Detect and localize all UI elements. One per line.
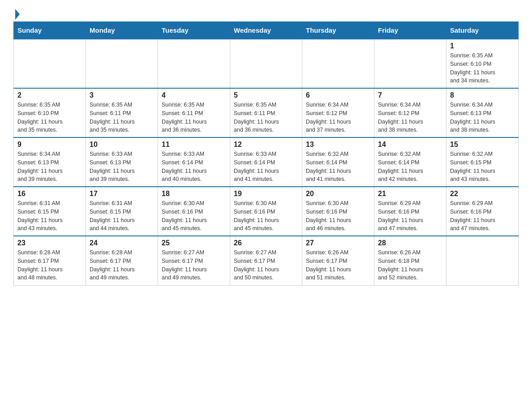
day-info: Sunrise: 6:31 AMSunset: 6:15 PMDaylight:… [17,199,82,233]
day-number: 6 [306,91,370,99]
day-info: Sunrise: 6:35 AMSunset: 6:11 PMDaylight:… [234,101,298,134]
day-info: Sunrise: 6:33 AMSunset: 6:14 PMDaylight:… [162,150,226,184]
day-number: 28 [378,239,442,247]
day-info: Sunrise: 6:35 AMSunset: 6:10 PMDaylight:… [17,101,82,134]
col-friday: Friday [374,22,446,39]
day-number: 2 [17,91,82,99]
calendar-cell: 4Sunrise: 6:35 AMSunset: 6:11 PMDaylight… [158,88,230,137]
calendar-week-5: 23Sunrise: 6:28 AMSunset: 6:17 PMDayligh… [14,236,519,285]
day-number: 15 [450,141,515,149]
day-info: Sunrise: 6:31 AMSunset: 6:15 PMDaylight:… [90,199,154,233]
day-info: Sunrise: 6:34 AMSunset: 6:12 PMDaylight:… [378,101,442,134]
day-number: 8 [450,91,515,99]
calendar-cell: 16Sunrise: 6:31 AMSunset: 6:15 PMDayligh… [14,187,86,236]
day-number: 9 [17,141,82,149]
day-number: 27 [306,239,370,247]
day-number: 5 [234,91,298,99]
day-info: Sunrise: 6:29 AMSunset: 6:16 PMDaylight:… [450,199,515,233]
day-info: Sunrise: 6:33 AMSunset: 6:13 PMDaylight:… [90,150,154,184]
day-number: 7 [378,91,442,99]
col-wednesday: Wednesday [230,22,302,39]
day-number: 11 [162,141,226,149]
logo [13,9,20,17]
calendar-cell: 23Sunrise: 6:28 AMSunset: 6:17 PMDayligh… [14,236,86,285]
col-sunday: Sunday [14,22,86,39]
day-info: Sunrise: 6:35 AMSunset: 6:11 PMDaylight:… [90,101,154,134]
page-header [13,9,519,17]
day-info: Sunrise: 6:26 AMSunset: 6:18 PMDaylight:… [378,248,442,282]
calendar-cell: 8Sunrise: 6:34 AMSunset: 6:13 PMDaylight… [446,88,519,137]
calendar-header: Sunday Monday Tuesday Wednesday Thursday… [14,22,519,39]
calendar-cell: 26Sunrise: 6:27 AMSunset: 6:17 PMDayligh… [230,236,302,285]
calendar-cell: 17Sunrise: 6:31 AMSunset: 6:15 PMDayligh… [86,187,158,236]
calendar-cell: 24Sunrise: 6:28 AMSunset: 6:17 PMDayligh… [86,236,158,285]
calendar-cell [86,39,158,88]
calendar-cell: 2Sunrise: 6:35 AMSunset: 6:10 PMDaylight… [14,88,86,137]
day-number: 23 [17,239,82,247]
calendar-cell: 9Sunrise: 6:34 AMSunset: 6:13 PMDaylight… [14,137,86,187]
day-number: 25 [162,239,226,247]
day-number: 13 [306,141,370,149]
day-number: 14 [378,141,442,149]
calendar-cell: 19Sunrise: 6:30 AMSunset: 6:16 PMDayligh… [230,187,302,236]
calendar-cell [230,39,302,88]
day-info: Sunrise: 6:29 AMSunset: 6:16 PMDaylight:… [378,199,442,233]
calendar-body: 1Sunrise: 6:35 AMSunset: 6:10 PMDaylight… [14,39,519,285]
calendar-cell: 3Sunrise: 6:35 AMSunset: 6:11 PMDaylight… [86,88,158,137]
logo-arrow-icon [15,9,20,20]
day-info: Sunrise: 6:30 AMSunset: 6:16 PMDaylight:… [162,199,226,233]
day-number: 22 [450,190,515,198]
day-info: Sunrise: 6:35 AMSunset: 6:10 PMDaylight:… [450,51,515,85]
day-info: Sunrise: 6:32 AMSunset: 6:14 PMDaylight:… [378,150,442,184]
day-number: 10 [90,141,154,149]
day-number: 3 [90,91,154,99]
calendar-cell: 12Sunrise: 6:33 AMSunset: 6:14 PMDayligh… [230,137,302,187]
calendar-cell [446,236,519,285]
day-info: Sunrise: 6:32 AMSunset: 6:14 PMDaylight:… [306,150,370,184]
day-number: 26 [234,239,298,247]
calendar-cell: 10Sunrise: 6:33 AMSunset: 6:13 PMDayligh… [86,137,158,187]
calendar-cell [14,39,86,88]
col-monday: Monday [86,22,158,39]
day-number: 20 [306,190,370,198]
col-thursday: Thursday [302,22,374,39]
col-saturday: Saturday [446,22,519,39]
calendar-cell: 13Sunrise: 6:32 AMSunset: 6:14 PMDayligh… [302,137,374,187]
calendar-cell: 18Sunrise: 6:30 AMSunset: 6:16 PMDayligh… [158,187,230,236]
calendar-cell: 11Sunrise: 6:33 AMSunset: 6:14 PMDayligh… [158,137,230,187]
header-row: Sunday Monday Tuesday Wednesday Thursday… [14,22,519,39]
day-info: Sunrise: 6:26 AMSunset: 6:17 PMDaylight:… [306,248,370,282]
day-number: 16 [17,190,82,198]
day-number: 17 [90,190,154,198]
day-number: 12 [234,141,298,149]
calendar-cell: 1Sunrise: 6:35 AMSunset: 6:10 PMDaylight… [446,39,519,88]
calendar-cell [158,39,230,88]
day-number: 4 [162,91,226,99]
calendar-week-2: 2Sunrise: 6:35 AMSunset: 6:10 PMDaylight… [14,88,519,137]
calendar-cell: 6Sunrise: 6:34 AMSunset: 6:12 PMDaylight… [302,88,374,137]
day-info: Sunrise: 6:32 AMSunset: 6:15 PMDaylight:… [450,150,515,184]
day-info: Sunrise: 6:34 AMSunset: 6:13 PMDaylight:… [450,101,515,134]
col-tuesday: Tuesday [158,22,230,39]
calendar-cell [374,39,446,88]
calendar-table: Sunday Monday Tuesday Wednesday Thursday… [13,21,519,286]
calendar-cell: 27Sunrise: 6:26 AMSunset: 6:17 PMDayligh… [302,236,374,285]
calendar-cell: 7Sunrise: 6:34 AMSunset: 6:12 PMDaylight… [374,88,446,137]
day-number: 24 [90,239,154,247]
calendar-cell [302,39,374,88]
day-info: Sunrise: 6:27 AMSunset: 6:17 PMDaylight:… [234,248,298,282]
day-info: Sunrise: 6:28 AMSunset: 6:17 PMDaylight:… [17,248,82,282]
day-info: Sunrise: 6:30 AMSunset: 6:16 PMDaylight:… [234,199,298,233]
day-info: Sunrise: 6:30 AMSunset: 6:16 PMDaylight:… [306,199,370,233]
calendar-cell: 28Sunrise: 6:26 AMSunset: 6:18 PMDayligh… [374,236,446,285]
calendar-cell: 20Sunrise: 6:30 AMSunset: 6:16 PMDayligh… [302,187,374,236]
calendar-cell: 15Sunrise: 6:32 AMSunset: 6:15 PMDayligh… [446,137,519,187]
day-number: 19 [234,190,298,198]
calendar-week-4: 16Sunrise: 6:31 AMSunset: 6:15 PMDayligh… [14,187,519,236]
day-number: 18 [162,190,226,198]
day-number: 21 [378,190,442,198]
day-info: Sunrise: 6:33 AMSunset: 6:14 PMDaylight:… [234,150,298,184]
calendar-week-1: 1Sunrise: 6:35 AMSunset: 6:10 PMDaylight… [14,39,519,88]
calendar-week-3: 9Sunrise: 6:34 AMSunset: 6:13 PMDaylight… [14,137,519,187]
day-info: Sunrise: 6:35 AMSunset: 6:11 PMDaylight:… [162,101,226,134]
